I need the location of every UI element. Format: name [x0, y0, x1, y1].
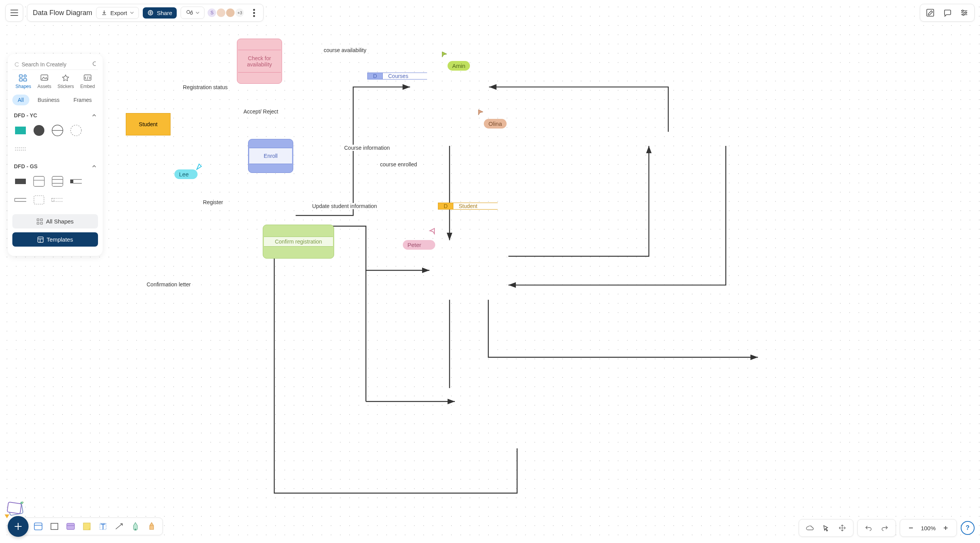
shapes-icon	[18, 74, 28, 82]
export-button[interactable]: Export	[96, 7, 139, 19]
shape-line-dashed[interactable]	[14, 142, 27, 156]
templates-button[interactable]: Templates	[12, 232, 98, 247]
main-menu-button[interactable]	[5, 4, 23, 22]
pan-tool[interactable]	[836, 522, 848, 534]
shape-datastore-dashed[interactable]	[51, 193, 64, 206]
process-confirm-registration[interactable]: Confirm registration	[263, 225, 334, 259]
share-button[interactable]: Share	[143, 7, 177, 19]
all-shapes-button[interactable]: All Shapes	[12, 214, 98, 228]
avatar-more: +3	[235, 8, 245, 18]
zoom-level[interactable]: 100%	[921, 525, 936, 531]
comments-button[interactable]	[941, 7, 953, 19]
pen-tool[interactable]	[130, 521, 141, 532]
cloud-sync-icon[interactable]	[804, 522, 816, 534]
datastore-body: Student	[453, 203, 498, 210]
arrow-tool[interactable]	[114, 521, 125, 532]
svg-rect-3	[927, 9, 934, 16]
filter-all[interactable]: All	[12, 95, 29, 105]
grid-icon	[37, 218, 43, 225]
frame-tool[interactable]	[33, 521, 44, 532]
shape-process-2[interactable]	[51, 175, 64, 188]
search-box[interactable]	[12, 59, 98, 70]
svg-point-2	[190, 12, 193, 14]
tab-assets[interactable]: Assets	[37, 74, 51, 89]
process-check-availability[interactable]: Check for availability	[237, 39, 282, 84]
settings-button[interactable]	[958, 7, 970, 19]
shape-rect-dashed[interactable]	[32, 193, 46, 206]
entity-student[interactable]: Student	[126, 113, 171, 135]
zoom-out-button[interactable]	[905, 522, 917, 534]
collaborator-avatars[interactable]: S +3	[208, 8, 245, 18]
datastore-student[interactable]: D Student	[438, 198, 498, 214]
undo-button[interactable]	[862, 522, 875, 534]
avatar: S	[207, 8, 217, 18]
shape-rect-teal[interactable]	[14, 124, 27, 137]
datastore-courses[interactable]: D Courses	[367, 68, 427, 84]
svg-rect-21	[52, 176, 63, 186]
help-button[interactable]: ?	[961, 521, 975, 535]
text-tool[interactable]	[98, 521, 108, 532]
svg-rect-36	[67, 523, 74, 529]
shape-circle-dark[interactable]	[32, 124, 46, 137]
flow-label: Update student information	[311, 203, 378, 209]
svg-rect-34	[34, 523, 42, 530]
shape-datastore-1[interactable]	[69, 175, 83, 188]
section-dfd-gs[interactable]: DFD - GS	[12, 161, 98, 172]
svg-point-10	[24, 75, 26, 77]
svg-rect-19	[15, 179, 26, 184]
redo-button[interactable]	[879, 522, 891, 534]
shape-circle-halved[interactable]	[51, 124, 64, 137]
export-icon	[101, 10, 107, 16]
search-icon	[92, 61, 96, 68]
flow-label: course enrolled	[378, 161, 419, 167]
section-dfd-yc[interactable]: DFD - YC	[12, 110, 98, 121]
node-label: Check for availability	[238, 55, 281, 68]
collab-icon	[186, 9, 194, 16]
svg-point-1	[187, 10, 190, 14]
process-enroll[interactable]: Enroll	[248, 139, 293, 173]
rect-tool[interactable]	[49, 521, 60, 532]
chat-bubble-icon	[943, 8, 951, 17]
svg-rect-20	[34, 176, 44, 186]
shape-process-1[interactable]	[32, 175, 46, 188]
svg-rect-11	[19, 79, 22, 81]
shape-rect-dark[interactable]	[14, 175, 27, 188]
filter-frames[interactable]: Frames	[68, 95, 97, 105]
caret-down-icon	[130, 11, 134, 15]
highlighter-tool[interactable]	[146, 521, 157, 532]
embed-icon	[83, 74, 93, 82]
edit-button[interactable]	[924, 7, 936, 19]
globe-icon	[147, 10, 154, 16]
search-input[interactable]	[22, 61, 89, 68]
collab-mode-button[interactable]	[181, 7, 204, 19]
shape-grid-yc	[12, 121, 98, 161]
collaborator-cursor-olina: Olina	[478, 109, 507, 129]
tab-label: Stickers	[57, 84, 74, 89]
add-fab-button[interactable]	[8, 516, 29, 537]
svg-point-8	[93, 62, 96, 66]
svg-rect-25	[37, 219, 39, 221]
pointer-tool[interactable]	[820, 522, 832, 534]
document-title[interactable]: Data Flow Diagram	[33, 9, 92, 17]
section-title: DFD - GS	[14, 163, 37, 169]
svg-point-18	[71, 125, 81, 136]
avatar	[216, 8, 226, 18]
chevron-up-icon	[92, 164, 96, 169]
svg-rect-24	[52, 198, 54, 201]
shape-datastore-2[interactable]	[14, 193, 27, 206]
filter-business[interactable]: Business	[32, 95, 65, 105]
more-menu-button[interactable]	[248, 9, 259, 17]
tab-label: Assets	[37, 84, 51, 89]
tab-stickers[interactable]: Stickers	[57, 74, 74, 89]
tab-shapes[interactable]: Shapes	[15, 74, 31, 89]
svg-point-16	[34, 125, 44, 136]
plus-icon	[14, 522, 23, 531]
svg-rect-9	[19, 75, 22, 77]
zoom-in-button[interactable]	[939, 522, 952, 534]
tab-embed[interactable]: Embed	[80, 74, 95, 89]
document-toolbar: Data Flow Diagram Export Share S +3	[27, 4, 264, 22]
shape-circle-dashed[interactable]	[69, 124, 83, 137]
sticky-note-tool[interactable]	[81, 521, 92, 532]
card-tool[interactable]	[65, 521, 76, 532]
datastore-body: Courses	[383, 73, 427, 80]
